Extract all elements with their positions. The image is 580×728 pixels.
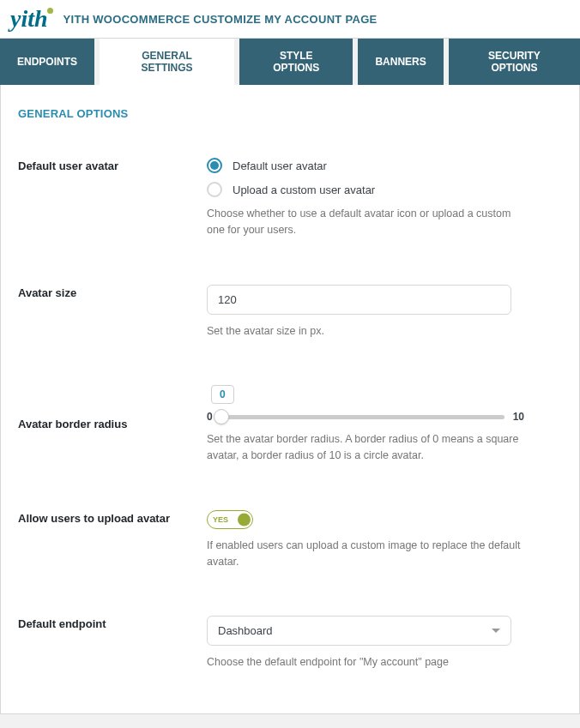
field-label: Allow users to upload avatar bbox=[18, 510, 207, 525]
field-label: Default user avatar bbox=[18, 158, 207, 172]
field-avatar-size: Avatar size Set the avatar size in px. bbox=[18, 285, 562, 340]
tab-security-options[interactable]: SECURITY OPTIONS bbox=[449, 39, 580, 85]
avatar-size-input[interactable] bbox=[207, 285, 511, 315]
settings-panel: GENERAL OPTIONS Default user avatar Defa… bbox=[0, 85, 580, 714]
tab-banners[interactable]: BANNERS bbox=[358, 39, 443, 85]
default-endpoint-select[interactable]: Dashboard bbox=[207, 616, 511, 646]
field-allow-upload: Allow users to upload avatar YES If enab… bbox=[18, 510, 562, 570]
radio-label: Default user avatar bbox=[233, 159, 327, 172]
field-description: If enabled users can upload a custom ima… bbox=[207, 538, 524, 570]
slider-min-label: 0 bbox=[207, 411, 213, 423]
slider-max-label: 10 bbox=[513, 411, 524, 423]
slider-track[interactable] bbox=[221, 415, 504, 419]
tab-general-settings[interactable]: GENERAL SETTINGS bbox=[100, 39, 234, 85]
field-default-endpoint: Default endpoint Dashboard Choose the de… bbox=[18, 616, 562, 671]
toggle-text: YES bbox=[213, 515, 228, 524]
section-title: GENERAL OPTIONS bbox=[18, 107, 562, 120]
plugin-title: YITH WOOCOMMERCE CUSTOMIZE MY ACCOUNT PA… bbox=[63, 13, 378, 26]
slider-value-bubble: 0 bbox=[211, 385, 234, 404]
page-header: yith YITH WOOCOMMERCE CUSTOMIZE MY ACCOU… bbox=[0, 0, 580, 39]
chevron-down-icon bbox=[492, 629, 500, 633]
field-description: Choose the default endpoint for "My acco… bbox=[207, 654, 524, 671]
field-description: Choose whether to use a default avatar i… bbox=[207, 206, 524, 238]
radio-icon bbox=[207, 182, 222, 197]
field-border-radius: Avatar border radius 0 0 10 Set the avat… bbox=[18, 385, 562, 464]
field-default-avatar: Default user avatar Default user avatar … bbox=[18, 158, 562, 238]
tab-bar: ENDPOINTS GENERAL SETTINGS STYLE OPTIONS… bbox=[0, 39, 580, 85]
field-label: Avatar border radius bbox=[18, 385, 207, 430]
field-label: Default endpoint bbox=[18, 616, 207, 630]
radio-label: Upload a custom user avatar bbox=[233, 184, 375, 196]
brand-logo: yith bbox=[10, 5, 48, 33]
tab-style-options[interactable]: STYLE OPTIONS bbox=[239, 39, 353, 85]
allow-upload-toggle[interactable]: YES bbox=[207, 510, 253, 529]
radio-icon bbox=[207, 158, 222, 173]
tab-endpoints[interactable]: ENDPOINTS bbox=[0, 39, 94, 85]
field-description: Set the avatar size in px. bbox=[207, 323, 524, 340]
field-description: Set the avatar border radius. A border r… bbox=[207, 431, 524, 464]
select-value: Dashboard bbox=[218, 624, 273, 637]
radio-custom-avatar[interactable]: Upload a custom user avatar bbox=[207, 182, 524, 197]
slider-thumb[interactable] bbox=[214, 409, 229, 424]
toggle-knob-icon bbox=[238, 513, 251, 526]
border-radius-slider[interactable]: 0 0 10 bbox=[207, 385, 524, 423]
field-label: Avatar size bbox=[18, 285, 207, 299]
radio-default-avatar[interactable]: Default user avatar bbox=[207, 158, 524, 173]
